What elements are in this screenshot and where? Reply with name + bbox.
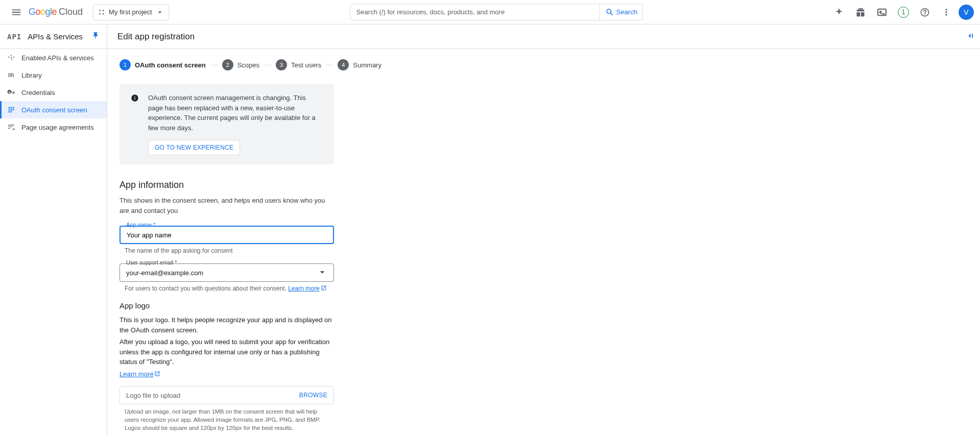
help-icon [920, 7, 930, 17]
pin-button[interactable] [91, 32, 100, 41]
page-usage-icon [7, 123, 21, 131]
search-bar: Search [350, 4, 643, 20]
search-input-wrap[interactable] [350, 4, 600, 20]
sidebar-item-label: Credentials [21, 89, 55, 96]
project-name: My first project [109, 8, 152, 16]
terminal-icon [877, 7, 887, 17]
new-experience-button[interactable]: GO TO NEW EXPERIENCE [148, 140, 240, 155]
global-header: Google Cloud My first project Search 1 V [0, 0, 980, 25]
sidebar-item-oauth-consent[interactable]: OAuth consent screen [0, 101, 107, 118]
search-icon [605, 8, 614, 17]
library-icon [7, 71, 21, 79]
chevron-down-icon [155, 8, 164, 17]
content-area: 1 OAuth consent screen 2 Scopes 3 Test u… [107, 49, 444, 435]
help-button[interactable] [916, 3, 934, 21]
page-title: Edit app registration [117, 32, 195, 42]
step-label: Scopes [237, 61, 259, 69]
app-logo-section: App logo This is your logo. It helps peo… [119, 301, 432, 432]
free-trial-badge[interactable]: 1 [894, 3, 913, 21]
info-icon [131, 94, 139, 104]
sidebar-item-library[interactable]: Library [0, 66, 107, 84]
notice-text: OAuth consent screen management is chang… [148, 93, 322, 133]
header-actions: 1 V [830, 3, 974, 21]
sidebar-item-label: OAuth consent screen [21, 106, 87, 114]
sidebar-item-enabled-apis[interactable]: Enabled APIs & services [0, 49, 107, 66]
sparkle-icon [834, 7, 844, 17]
learn-more-link[interactable]: Learn more [288, 285, 326, 292]
menu-icon [11, 7, 22, 18]
step-oauth-consent[interactable]: 1 OAuth consent screen [119, 59, 206, 70]
app-name-input-wrap[interactable] [119, 226, 334, 244]
svg-point-2 [99, 13, 101, 15]
step-scopes[interactable]: 2 Scopes [222, 59, 259, 70]
cloud-shell-button[interactable] [873, 3, 891, 21]
svg-point-1 [103, 10, 104, 11]
step-number: 2 [222, 59, 233, 70]
step-label: Test users [291, 61, 321, 69]
search-input[interactable] [356, 8, 593, 16]
logo-upload-field[interactable]: Logo file to upload BROWSE [119, 386, 334, 404]
external-link-icon [320, 285, 327, 292]
google-cloud-logo[interactable]: Google Cloud [29, 7, 83, 17]
cloud-wordmark: Cloud [59, 7, 83, 17]
hamburger-menu[interactable] [6, 2, 27, 22]
account-avatar[interactable]: V [959, 5, 974, 20]
sidebar-title: APIs & Services [28, 32, 91, 41]
sidebar-item-credentials[interactable]: Credentials [0, 84, 107, 101]
trial-count: 1 [898, 7, 909, 18]
gift-button[interactable] [851, 3, 870, 21]
step-separator [325, 65, 333, 65]
support-email-select[interactable]: your-email@example.com [119, 263, 334, 282]
project-icon [98, 8, 106, 16]
upload-caption: Upload an image, not larger than 1MB on … [125, 407, 329, 432]
google-wordmark: Google [29, 7, 57, 17]
step-number: 1 [119, 59, 131, 70]
app-logo-desc-2: After you upload a logo, you will need t… [119, 337, 334, 367]
external-link-icon [153, 370, 160, 378]
learn-more-link[interactable]: Learn more [119, 370, 160, 378]
migration-notice: OAuth consent screen management is chang… [119, 84, 334, 164]
support-email-value: your-email@example.com [126, 269, 317, 277]
page-body: API APIs & Services Enabled APIs & servi… [0, 25, 980, 435]
sidebar: API APIs & Services Enabled APIs & servi… [0, 25, 107, 435]
sidebar-item-label: Library [21, 71, 42, 79]
upload-placeholder: Logo file to upload [126, 392, 299, 399]
svg-rect-6 [134, 98, 135, 100]
app-logo-heading: App logo [119, 301, 432, 310]
gemini-button[interactable] [830, 3, 848, 21]
stepper: 1 OAuth consent screen 2 Scopes 3 Test u… [119, 59, 432, 70]
gift-icon [855, 7, 866, 17]
pin-icon [91, 32, 100, 40]
app-logo-desc-1: This is your logo. It helps people recog… [119, 315, 334, 335]
step-label: Summary [353, 61, 381, 69]
main-content: Edit app registration 1 OAuth consent sc… [107, 25, 980, 435]
sidebar-item-page-usage[interactable]: Page usage agreements [0, 118, 107, 136]
step-test-users[interactable]: 3 Test users [276, 59, 321, 70]
oauth-icon [7, 106, 21, 114]
collapse-icon [965, 31, 975, 41]
more-vert-icon [941, 7, 951, 17]
svg-point-3 [103, 13, 104, 15]
search-button[interactable]: Search [600, 4, 643, 20]
chevron-down-icon [317, 267, 327, 279]
app-name-input[interactable] [127, 231, 327, 239]
support-email-caption: For users to contact you with questions … [125, 285, 339, 292]
step-separator [210, 65, 218, 65]
page-header: Edit app registration [107, 25, 980, 49]
app-name-field: App name * [119, 226, 334, 244]
sidebar-item-label: Enabled APIs & services [21, 54, 94, 62]
project-picker[interactable]: My first project [93, 4, 169, 20]
sidebar-header: API APIs & Services [0, 25, 107, 49]
step-label: OAuth consent screen [135, 61, 206, 69]
enabled-apis-icon [7, 54, 21, 62]
app-info-desc: This shows in the consent screen, and he… [119, 196, 334, 215]
step-number: 3 [276, 59, 287, 70]
collapse-panel-button[interactable] [965, 31, 975, 42]
step-separator [264, 65, 272, 65]
support-email-field: User support email * your-email@example.… [119, 263, 334, 282]
browse-button[interactable]: BROWSE [299, 392, 327, 399]
step-summary[interactable]: 4 Summary [338, 59, 381, 70]
app-name-caption: The name of the app asking for consent [125, 247, 339, 254]
more-button[interactable] [937, 3, 955, 21]
app-info-heading: App information [119, 180, 432, 190]
